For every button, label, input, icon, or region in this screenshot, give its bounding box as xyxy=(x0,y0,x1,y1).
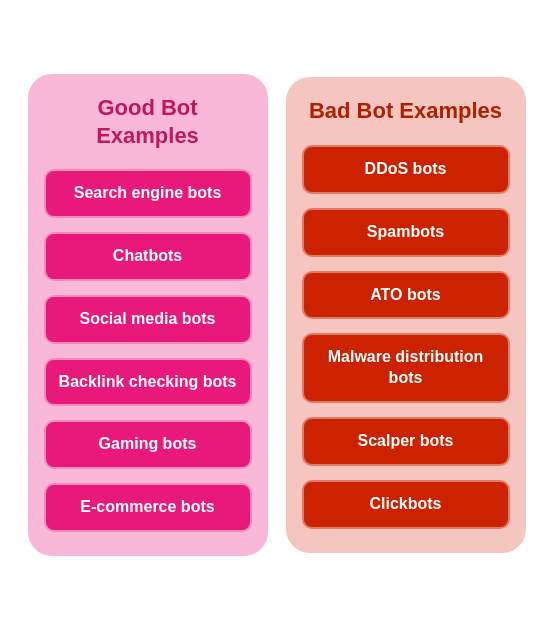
bad-bot-item-4: Scalper bots xyxy=(302,417,510,466)
bad-bot-item-0: DDoS bots xyxy=(302,145,510,194)
good-bot-item-1: Chatbots xyxy=(44,232,252,281)
main-container: Good Bot Examples Search engine botsChat… xyxy=(0,0,553,630)
good-bot-item-3: Backlink checking bots xyxy=(44,358,252,407)
bad-bots-title: Bad Bot Examples xyxy=(309,97,502,125)
good-bot-item-0: Search engine bots xyxy=(44,169,252,218)
bad-bot-item-1: Spambots xyxy=(302,208,510,257)
bad-bot-item-5: Clickbots xyxy=(302,480,510,529)
bad-bot-item-2: ATO bots xyxy=(302,271,510,320)
good-bot-item-2: Social media bots xyxy=(44,295,252,344)
good-bots-column: Good Bot Examples Search engine botsChat… xyxy=(28,74,268,556)
good-bot-item-4: Gaming bots xyxy=(44,420,252,469)
bad-bots-column: Bad Bot Examples DDoS botsSpambotsATO bo… xyxy=(286,77,526,552)
bad-bot-item-3: Malware distribution bots xyxy=(302,333,510,403)
good-bots-title: Good Bot Examples xyxy=(44,94,252,149)
good-bot-item-5: E-commerce bots xyxy=(44,483,252,532)
